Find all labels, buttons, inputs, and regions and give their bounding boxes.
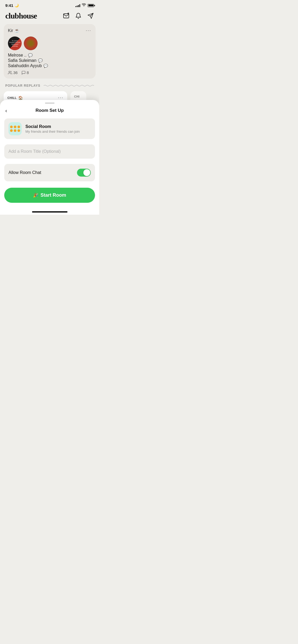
notifications-button[interactable] [75, 12, 82, 19]
listener-count: 36 [8, 70, 18, 75]
room-option-text: Social Room My friends and their friends… [25, 124, 80, 134]
room-option-title: Social Room [25, 124, 80, 129]
send-button[interactable] [87, 12, 94, 19]
social-room-icon [8, 122, 22, 135]
home-indicator [32, 211, 67, 213]
speaker-row-1: Melrose .. 💬 [8, 53, 91, 58]
status-bar: 9:41 🌙 [0, 0, 99, 9]
allow-chat-row: Allow Room Chat [4, 164, 95, 181]
room-more-options[interactable]: ··· [86, 28, 91, 33]
speaker-name-2: Safia Suleiman [8, 58, 37, 63]
chat-count: 8 [21, 70, 29, 75]
allow-chat-toggle[interactable] [77, 169, 91, 177]
moon-icon: 🌙 [15, 3, 19, 7]
room-stats: 36 8 [8, 70, 91, 75]
sheet-back-button[interactable]: ‹ [5, 108, 7, 114]
replay-tag-2: CHI [74, 95, 83, 98]
room-card[interactable]: Kir ☕ ··· To move forward remove backwar… [4, 24, 96, 79]
header-icons [63, 12, 94, 19]
status-time: 9:41 [5, 3, 13, 8]
room-avatars: To move forward remove backward thinking [8, 36, 91, 50]
section-title-replays: POPULAR REPLAYS [5, 84, 40, 88]
chat-bubble-icon-1: 💬 [28, 53, 33, 57]
room-host-name: Kir ☕ [8, 28, 20, 33]
speaker-row-3: Salahuddin Ayyub 💬 [8, 63, 91, 68]
replay-tag-1: CHILL 🏠 ··· [7, 95, 64, 100]
compose-message-button[interactable] [63, 12, 70, 19]
replay-tag-text-2: CHI [74, 95, 79, 98]
dot-4 [10, 129, 13, 132]
app-logo: clubhouse [5, 11, 37, 20]
chat-bubble-icon-2: 💬 [38, 58, 43, 63]
dot-2 [14, 126, 16, 128]
replay-tag-text-1: CHILL [7, 96, 17, 99]
start-room-button[interactable]: 🎉 Start Room [4, 188, 95, 203]
sheet-header: ‹ Room Set Up [0, 108, 99, 118]
avatar-speaker-2 [24, 36, 38, 50]
wifi-icon [82, 3, 86, 7]
replay-more-1[interactable]: ··· [58, 95, 64, 100]
start-room-emoji: 🎉 [33, 193, 38, 198]
svg-point-4 [9, 71, 10, 72]
social-room-option[interactable]: Social Room My friends and their friends… [4, 118, 95, 139]
avatar-speaker-1: To move forward remove backward thinking [8, 36, 22, 50]
dots-grid-icon [10, 126, 20, 132]
section-header-replays: POPULAR REPLAYS [4, 84, 96, 88]
battery-icon [88, 4, 94, 7]
room-card-header: Kir ☕ ··· [8, 28, 91, 33]
toggle-knob [83, 169, 90, 176]
room-speakers: Melrose .. 💬 Safia Suleiman 💬 Salahuddin… [8, 53, 91, 68]
speaker-row-2: Safia Suleiman 💬 [8, 58, 91, 63]
dot-5 [14, 129, 16, 132]
status-icons [75, 3, 94, 7]
speaker-name-3: Salahuddin Ayyub [8, 63, 42, 68]
app-header: clubhouse [0, 9, 99, 24]
signal-icon [75, 4, 80, 7]
room-title-placeholder[interactable]: Add a Room Title (Optional) [8, 149, 61, 154]
section-divider [44, 85, 94, 87]
house-icon-1: 🏠 [18, 96, 23, 100]
chat-bubble-icon-3: 💬 [43, 64, 48, 68]
room-title-input-container[interactable]: Add a Room Title (Optional) [4, 144, 95, 159]
sheet-title: Room Set Up [35, 108, 64, 113]
room-setup-sheet: ‹ Room Set Up Social Room My friends and… [0, 100, 99, 215]
dot-6 [17, 129, 20, 132]
sheet-handle [45, 103, 55, 104]
dot-3 [17, 126, 20, 128]
allow-chat-label: Allow Room Chat [8, 170, 41, 175]
room-option-desc: My friends and their friends can join [25, 130, 80, 134]
dot-1 [10, 126, 13, 128]
speaker-name-1: Melrose .. [8, 53, 26, 58]
start-room-label: Start Room [40, 192, 66, 198]
